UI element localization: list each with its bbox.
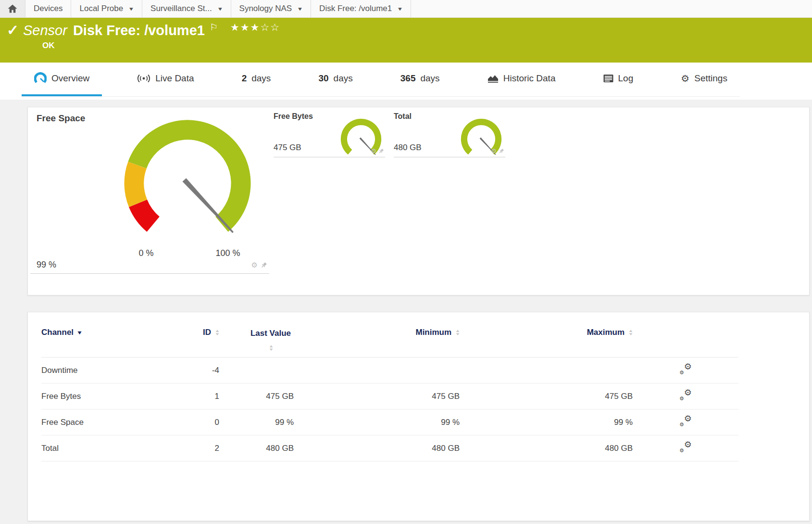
sort-icon: ▲▼ (215, 329, 219, 336)
breadcrumb-surveillance-station[interactable]: Surveillance St... ▼ (142, 0, 231, 17)
table-row-free-bytes[interactable]: Free Bytes 1 475 GB 475 GB 475 GB ⚙⚙ (41, 383, 738, 409)
tab-historic-data[interactable]: Historic Data (475, 63, 568, 96)
sort-icon: ▲▼ (629, 329, 633, 336)
column-label: Channel (41, 328, 74, 337)
channel-id: 1 (169, 392, 219, 401)
breadcrumb-label: Devices (34, 4, 62, 13)
channels-panel: Channel ▼ ID ▲▼ Last Value ▲▼ (27, 312, 810, 521)
channel-id: 2 (169, 444, 219, 453)
channel-id: -4 (169, 366, 219, 375)
channel-id: 0 (169, 418, 219, 427)
channel-settings-icon[interactable]: ⚙⚙ (679, 390, 692, 400)
channel-settings-icon[interactable]: ⚙⚙ (679, 364, 692, 374)
sensor-header: ✓ Sensor Disk Free: /volume1 ⚐ ★★★☆☆ OK (0, 18, 812, 63)
tab-log[interactable]: Log (591, 63, 646, 96)
tab-label: days (251, 73, 271, 84)
tab-bar: Overview Live Data 2 days 30 days 365 da… (0, 63, 812, 100)
gauge-icon (34, 72, 47, 85)
gauge-max-label: 100 % (211, 248, 245, 258)
tab-label: Historic Data (503, 73, 556, 84)
channel-last-value: 475 GB (219, 392, 294, 401)
tab-label: days (334, 73, 353, 84)
channel-table: Channel ▼ ID ▲▼ Last Value ▲▼ (41, 323, 738, 461)
channel-settings-icon[interactable]: ⚙⚙ (679, 416, 692, 426)
chevron-down-icon[interactable]: ▼ (217, 6, 223, 12)
sort-icon: ▲▼ (269, 345, 273, 351)
flag-icon[interactable]: ⚐ (210, 22, 218, 33)
main-gauge-title: Free Space (37, 113, 85, 124)
table-row-free-space[interactable]: Free Space 0 99 % 99 % 99 % ⚙⚙ (41, 409, 738, 435)
channel-name: Free Space (41, 418, 169, 427)
gauge-settings-icon[interactable]: ⚙ (371, 148, 376, 154)
status-ok-check-icon: ✓ (7, 22, 19, 38)
tab-number: 365 (400, 73, 416, 84)
free-space-gauge (112, 108, 262, 236)
breadcrumb-label: Surveillance St... (150, 4, 212, 13)
table-row-total[interactable]: Total 2 480 GB 480 GB 480 GB ⚙⚙ (41, 435, 738, 461)
tab-overview[interactable]: Overview (22, 63, 102, 96)
channel-last-value: 99 % (219, 418, 294, 427)
breadcrumb-home[interactable] (0, 0, 25, 17)
tab-30-days[interactable]: 30 days (306, 63, 365, 96)
channel-name: Free Bytes (41, 392, 169, 401)
tab-label: Overview (51, 73, 89, 84)
gauges-panel: Free Space 0 % 100 % 99 % ⚙ Free Bytes 4… (27, 107, 810, 295)
breadcrumb-synology-nas[interactable]: Synology NAS ▼ (231, 0, 312, 17)
table-row-downtime[interactable]: Downtime -4 ⚙⚙ (41, 358, 738, 383)
gauge-settings-icon[interactable]: ⚙ (491, 148, 497, 154)
channel-name: Total (41, 444, 169, 453)
chevron-down-icon[interactable]: ▼ (297, 6, 303, 12)
tab-365-days[interactable]: 365 days (388, 63, 452, 96)
stars-empty[interactable]: ☆☆ (260, 22, 280, 33)
gauge-zone-yellow (124, 162, 147, 207)
column-label: Maximum (587, 328, 625, 337)
mini-gauge-title: Total (394, 112, 412, 121)
total-value: 480 GB (394, 143, 422, 153)
total-gauge-block: Total 480 GB ⚙ (394, 111, 505, 157)
channel-minimum: 475 GB (294, 392, 460, 401)
breadcrumb-label: Synology NAS (239, 4, 292, 13)
column-label: Last Value (250, 329, 291, 338)
mini-gauge-title: Free Bytes (274, 112, 313, 121)
tab-label: Log (618, 73, 634, 84)
column-header-maximum[interactable]: Maximum ▲▼ (460, 328, 633, 337)
tab-label: days (420, 73, 439, 84)
breadcrumb-local-probe[interactable]: Local Probe ▼ (71, 0, 142, 17)
priority-stars[interactable]: ★★★☆☆ (230, 22, 280, 33)
column-label: ID (203, 328, 211, 337)
tab-settings[interactable]: ⚙ Settings (668, 63, 740, 96)
channel-settings-icon[interactable]: ⚙⚙ (679, 442, 692, 452)
breadcrumb-disk-free-volume1[interactable]: Disk Free: /volume1 ▼ (311, 0, 411, 17)
pin-icon[interactable] (499, 148, 504, 154)
tab-live-data[interactable]: Live Data (125, 63, 206, 96)
channel-minimum: 480 GB (294, 444, 460, 453)
chevron-down-icon[interactable]: ▼ (397, 6, 403, 12)
prtg-sensor-page: Devices Local Probe ▼ Surveillance St...… (0, 0, 812, 524)
column-header-channel[interactable]: Channel ▼ (41, 328, 169, 337)
tab-2-days[interactable]: 2 days (229, 63, 284, 96)
tab-label: Live Data (155, 73, 194, 84)
breadcrumb-devices[interactable]: Devices (25, 0, 71, 17)
channel-minimum: 99 % (294, 418, 460, 427)
column-header-minimum[interactable]: Minimum ▲▼ (294, 328, 460, 337)
column-label: Minimum (415, 328, 451, 337)
home-icon (8, 4, 17, 13)
channel-maximum: 475 GB (460, 392, 633, 401)
gauge-min-label: 0 % (132, 248, 161, 258)
pin-icon[interactable] (261, 262, 267, 268)
gauge-settings-icon[interactable]: ⚙ (251, 261, 258, 268)
breadcrumb-label: Disk Free: /volume1 (319, 4, 392, 13)
pin-icon[interactable] (378, 148, 384, 154)
log-list-icon (603, 74, 613, 83)
tab-number: 2 (242, 73, 247, 84)
tab-label: Settings (694, 73, 727, 84)
area-chart-icon (487, 74, 499, 83)
stars-filled[interactable]: ★★★ (230, 22, 260, 33)
chevron-down-icon[interactable]: ▼ (128, 6, 135, 12)
column-header-last-value[interactable]: Last Value ▲▼ (219, 328, 294, 351)
channel-name: Downtime (41, 366, 169, 375)
table-header-row: Channel ▼ ID ▲▼ Last Value ▲▼ (41, 323, 738, 358)
page-title: Disk Free: /volume1 (73, 23, 205, 38)
channel-last-value: 480 GB (219, 444, 294, 453)
column-header-id[interactable]: ID ▲▼ (169, 328, 219, 337)
